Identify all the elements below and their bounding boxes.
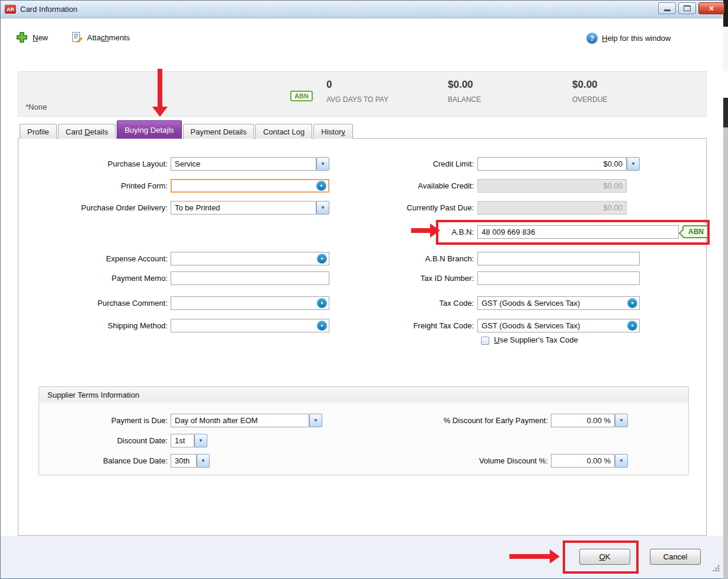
tax-code-value: GST (Goods & Services Tax) xyxy=(482,299,580,308)
tab-contact-log[interactable]: Contact Log xyxy=(255,124,312,139)
annotation-arrow-abn xyxy=(411,228,430,233)
expense-account-input[interactable] xyxy=(171,252,329,265)
metric-label: AVG DAYS TO PAY xyxy=(326,95,389,104)
tab-card-details[interactable]: Card Details xyxy=(58,124,116,139)
expense-account-label: Expense Account: xyxy=(21,252,168,265)
new-button[interactable]: New xyxy=(15,31,48,44)
purchase-layout-dropdown-button[interactable]: ▼ xyxy=(316,157,329,171)
available-credit-label: Available Credit: xyxy=(329,179,474,193)
window-controls: × xyxy=(658,2,724,14)
new-plus-icon xyxy=(15,31,28,44)
payment-is-due-input[interactable]: Day of Month after EOM xyxy=(171,414,309,427)
early-payment-discount-dropdown-button[interactable]: ▼ xyxy=(615,414,628,427)
balance-due-date-input[interactable]: 30th xyxy=(171,454,197,468)
purchase-layout-value: Service xyxy=(175,159,200,168)
chevron-down-icon: ▼ xyxy=(619,418,624,423)
card-information-window: AR Card Information × New Attachments ? … xyxy=(0,0,728,579)
attachments-icon xyxy=(71,31,83,43)
credit-limit-input[interactable]: $0.00 xyxy=(477,157,627,171)
tax-id-number-input[interactable] xyxy=(477,271,640,285)
discount-date-label: Discount Date: xyxy=(21,434,168,447)
metric-value: 0 xyxy=(326,79,389,91)
metric-value: $0.00 xyxy=(448,79,481,91)
printed-form-dropdown-icon[interactable]: ▼ xyxy=(316,181,326,191)
balance-due-date-dropdown-button[interactable]: ▼ xyxy=(197,454,210,468)
discount-date-input[interactable]: 1st xyxy=(171,434,194,447)
tab-content-panel xyxy=(18,138,707,536)
annotation-arrow-buying-details xyxy=(158,69,162,107)
volume-discount-dropdown-button[interactable]: ▼ xyxy=(615,454,628,468)
freight-tax-code-input[interactable]: GST (Goods & Services Tax) xyxy=(477,319,640,332)
credit-limit-dropdown-button[interactable]: ▼ xyxy=(627,157,640,171)
help-icon: ? xyxy=(586,33,598,44)
metric-label: BALANCE xyxy=(448,95,481,104)
purchase-layout-input[interactable]: Service xyxy=(171,157,316,171)
annotation-arrowhead-buying-details xyxy=(152,107,168,117)
chevron-down-icon: ▼ xyxy=(320,324,324,328)
tax-code-dropdown-icon[interactable]: ▼ xyxy=(627,298,637,308)
available-credit-value: $0.00 xyxy=(603,181,623,190)
chevron-down-icon: ▼ xyxy=(630,324,634,328)
background-window-edge xyxy=(723,0,728,579)
purchase-comment-dropdown-icon[interactable]: ▼ xyxy=(317,298,327,308)
use-suppliers-tax-code-label: Use Supplier's Tax Code xyxy=(494,335,578,344)
shipping-method-input[interactable] xyxy=(171,319,329,332)
expense-account-dropdown-icon[interactable]: ▼ xyxy=(317,254,327,264)
minimize-icon xyxy=(664,9,671,11)
purchase-order-delivery-input[interactable]: To be Printed xyxy=(171,201,316,215)
tab-profile[interactable]: Profile xyxy=(20,124,57,139)
resize-grip[interactable] xyxy=(712,564,720,572)
freight-tax-code-value: GST (Goods & Services Tax) xyxy=(482,321,580,330)
purchase-layout-label: Purchase Layout: xyxy=(21,157,168,171)
freight-tax-code-dropdown-icon[interactable]: ▼ xyxy=(627,321,637,331)
volume-discount-label: Volume Discount %: xyxy=(379,454,548,468)
currently-past-due-value: $0.00 xyxy=(603,203,623,212)
tab-buying-details[interactable]: Buying Details xyxy=(117,120,181,139)
volume-discount-value: 0.00 % xyxy=(587,456,611,465)
annotation-arrowhead-ok xyxy=(550,549,560,564)
attachments-button[interactable]: Attachments xyxy=(71,31,130,43)
tab-payment-details[interactable]: Payment Details xyxy=(183,124,255,139)
purchase-comment-input[interactable] xyxy=(171,296,329,310)
annotation-box-ok xyxy=(563,540,639,574)
minimize-button[interactable] xyxy=(658,2,676,14)
payment-memo-input[interactable] xyxy=(171,271,329,285)
printed-form-input[interactable] xyxy=(171,179,329,193)
tab-history[interactable]: History xyxy=(313,124,352,139)
help-link[interactable]: ? Help for this window xyxy=(586,33,671,44)
purchase-order-delivery-dropdown-button[interactable]: ▼ xyxy=(316,201,329,215)
discount-date-dropdown-button[interactable]: ▼ xyxy=(194,434,207,447)
early-payment-discount-label: % Discount for Early Payment: xyxy=(379,414,548,427)
purchase-order-delivery-label: Purchase Order Delivery: xyxy=(21,201,168,215)
cancel-button[interactable]: Cancel xyxy=(650,549,701,565)
new-button-label: New xyxy=(33,33,48,42)
maximize-icon xyxy=(684,5,691,11)
shipping-method-label: Shipping Method: xyxy=(21,319,168,332)
close-icon: × xyxy=(709,3,714,14)
early-payment-discount-value: 0.00 % xyxy=(587,416,611,425)
chevron-down-icon: ▼ xyxy=(201,458,206,463)
abn-branch-input[interactable] xyxy=(477,252,640,265)
currently-past-due-input: $0.00 xyxy=(477,201,627,215)
chevron-down-icon: ▼ xyxy=(320,161,325,167)
tax-code-input[interactable]: GST (Goods & Services Tax) xyxy=(477,296,640,310)
credit-limit-value: $0.00 xyxy=(603,159,623,168)
shipping-method-dropdown-icon[interactable]: ▼ xyxy=(317,321,327,331)
purchase-order-delivery-value: To be Printed xyxy=(175,203,220,212)
available-credit-input: $0.00 xyxy=(477,179,627,193)
early-payment-discount-input[interactable]: 0.00 % xyxy=(551,414,615,427)
payment-is-due-dropdown-button[interactable]: ▼ xyxy=(309,414,322,427)
maximize-button[interactable] xyxy=(678,2,696,14)
freight-tax-code-label: Freight Tax Code: xyxy=(329,319,474,332)
chevron-down-icon: ▼ xyxy=(313,418,318,423)
close-button[interactable]: × xyxy=(698,2,724,14)
window-title: Card Information xyxy=(20,5,78,14)
metric-balance: $0.00 BALANCE xyxy=(448,79,481,104)
annotation-arrow-ok xyxy=(509,554,550,559)
use-suppliers-tax-code-checkbox[interactable] xyxy=(481,337,489,345)
balance-due-date-value: 30th xyxy=(175,456,190,465)
help-link-label: Help for this window xyxy=(602,34,671,43)
chevron-down-icon: ▼ xyxy=(320,301,324,305)
volume-discount-input[interactable]: 0.00 % xyxy=(551,454,615,468)
currently-past-due-label: Currently Past Due: xyxy=(329,201,474,215)
